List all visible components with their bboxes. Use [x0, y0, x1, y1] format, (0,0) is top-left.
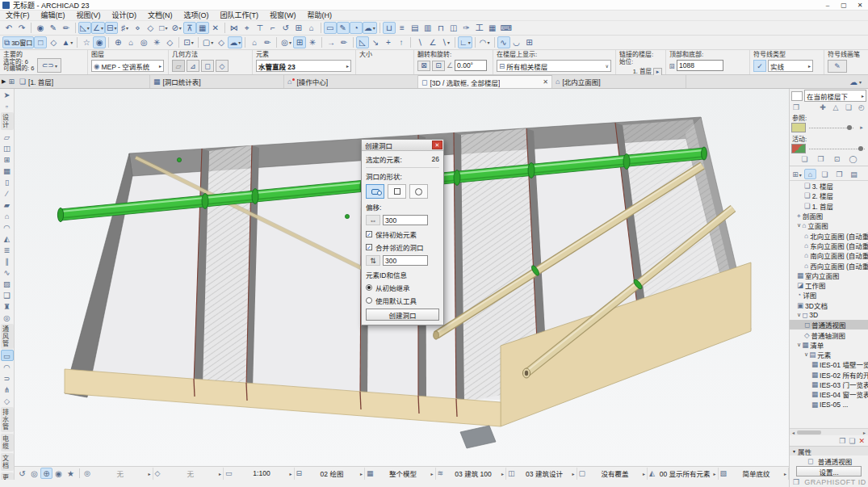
create-opening-button[interactable]: 创建洞口: [366, 309, 439, 321]
reset-reference-icon[interactable]: ❏: [844, 103, 853, 111]
element-select[interactable]: 水管直段 23 ▸: [256, 60, 351, 72]
object-tool[interactable]: ❑: [1, 289, 14, 300]
merge-distance-input[interactable]: 300: [383, 255, 428, 266]
magic-wand-button[interactable]: ⊼: [183, 22, 196, 34]
pick-pen-button[interactable]: ✏: [60, 22, 73, 34]
review-button[interactable]: ◔: [350, 22, 363, 34]
scale-select[interactable]: ▭1:100▸: [224, 468, 295, 480]
nav-tree-item[interactable]: ∨◻3D: [790, 310, 868, 320]
angle-snap-button[interactable]: ∟▾: [458, 36, 472, 48]
curtain-wall-tool[interactable]: ▦: [1, 165, 14, 176]
close-button[interactable]: ✕: [852, 0, 868, 10]
geometry-curved-button[interactable]: ⊿: [187, 60, 199, 72]
beam-tool[interactable]: ∕: [1, 187, 14, 199]
mep-insulation-button[interactable]: ✑: [460, 22, 473, 34]
door-tool[interactable]: ◫: [1, 142, 14, 153]
tab-3d-marquee[interactable]: ◻[3D / 选取框, 全部楼层]✕: [418, 75, 552, 88]
redo-button[interactable]: ↷: [15, 22, 28, 34]
line-tool-a-button[interactable]: ∖: [413, 36, 426, 48]
walk-button[interactable]: ★: [65, 468, 77, 479]
nav-tree-item[interactable]: ⌂北向立面图 (自动重...: [790, 230, 868, 240]
menu-item[interactable]: 设计(D): [107, 10, 143, 20]
walk-mode-button[interactable]: ☆: [80, 36, 93, 48]
nav-tree-item[interactable]: ◇普通轴测图: [790, 330, 868, 339]
tab-north-interior-elevation[interactable]: ⌂[北内立面图]: [552, 75, 686, 88]
markup-button[interactable]: ✎: [337, 22, 350, 34]
dimension-3d-button[interactable]: →: [325, 36, 338, 48]
mep-fitting-button[interactable]: ◫: [447, 22, 460, 34]
use-default-tool-radio[interactable]: [366, 297, 372, 304]
snap-guides-button[interactable]: ∠▾: [91, 22, 105, 34]
offset-input[interactable]: 300: [383, 215, 428, 225]
3d-cutaway-button[interactable]: ⊕: [111, 36, 124, 48]
tab-first-floor[interactable]: ❏[1. 首层]: [16, 75, 150, 88]
geometry-box-button[interactable]: ◇: [216, 60, 229, 72]
nav-tree-item[interactable]: ▦IES-04 窗一览表: [790, 389, 868, 399]
expand-caret-icon[interactable]: ∨: [797, 312, 801, 318]
expand-caret-icon[interactable]: ∨: [797, 222, 801, 229]
trim-button[interactable]: ⋈: [228, 22, 241, 34]
3d-window-button[interactable]: ⧉3D窗口: [2, 36, 34, 48]
line-tool-c-button[interactable]: ∖▾: [439, 36, 452, 48]
nav-tree-item[interactable]: ⌖剖面图: [790, 211, 868, 220]
tab-overview-icon[interactable]: ⊞: [8, 78, 15, 86]
column-tool[interactable]: ▯: [1, 176, 14, 187]
layer-select[interactable]: ◉ MEP - 空调系统 ▸: [91, 60, 164, 72]
3d-style-select[interactable]: ▧简单底纹▸: [719, 468, 790, 480]
slider-handle[interactable]: [858, 146, 863, 151]
line-tool-b-button[interactable]: ∠: [426, 36, 439, 48]
intersect-button[interactable]: ⌐: [266, 22, 279, 34]
3d-cutting-planes-button[interactable]: ⌂: [124, 36, 137, 48]
reference-color-swatch[interactable]: [791, 123, 806, 132]
capture-view-button[interactable]: ◎▾: [279, 36, 293, 48]
duct-tool[interactable]: ▭: [1, 350, 14, 361]
camera-tool[interactable]: ◎: [1, 312, 14, 323]
wave-b-button[interactable]: ◡: [510, 36, 523, 48]
slab-tool[interactable]: ▰: [1, 199, 14, 210]
filter-elements-button[interactable]: ▢▾: [201, 36, 215, 48]
shadow-toggle-button[interactable]: ◇: [163, 36, 176, 48]
lock-elements-button[interactable]: ⊘▾: [170, 22, 182, 34]
menu-item[interactable]: 编辑(E): [36, 10, 71, 20]
grid-display-button[interactable]: ▦: [196, 22, 209, 34]
nav-tree-item[interactable]: ❏2. 楼层: [790, 191, 868, 200]
wave-a-button[interactable]: ∿: [497, 36, 510, 48]
top-offset-input[interactable]: 1088: [677, 60, 723, 71]
menu-item[interactable]: 帮助(H): [302, 10, 338, 20]
close-tab-icon[interactable]: ✕: [540, 78, 548, 86]
tool-settings-button[interactable]: ⊂⊃▾: [37, 58, 61, 73]
guide-lines-button[interactable]: ◺▾: [78, 22, 91, 34]
nav-tree-item[interactable]: ▦IES-01 墙壁一览...: [790, 359, 868, 369]
roof-tool[interactable]: ⌂: [1, 210, 14, 221]
layer-combination-select[interactable]: ≋03 建筑 100▸: [436, 468, 507, 480]
mep-route-button[interactable]: ⊔: [383, 22, 396, 34]
keep-original-checkbox[interactable]: ✓: [366, 231, 372, 237]
partial-structure-display-select[interactable]: ▦整个模型▸: [365, 468, 436, 480]
mep-duct-button[interactable]: ⊓: [434, 22, 447, 34]
clear-button[interactable]: ✕: [209, 22, 222, 34]
wave-c-button[interactable]: ⊞: [523, 36, 536, 48]
splitter-icon[interactable]: ⊡: [832, 155, 842, 163]
mep-library-button[interactable]: ▤: [409, 22, 421, 34]
dialog-titlebar[interactable]: 创建洞口 ✕: [362, 140, 443, 151]
zoom-preset-select[interactable]: ◎无▸: [82, 468, 153, 480]
arc-tool-button[interactable]: ◠▾: [478, 36, 492, 48]
graphic-override-select[interactable]: ▢没有覆盖▸: [577, 468, 648, 480]
rotate-button[interactable]: ⊡: [432, 61, 445, 71]
duct-junction-tool[interactable]: ⋔: [1, 384, 14, 395]
rotate-reference-icon[interactable]: △: [831, 103, 841, 111]
line-type-select[interactable]: 实线 ▸: [768, 60, 813, 72]
duct-bend-tool[interactable]: ◠: [1, 361, 14, 372]
navigator-publisher-tab[interactable]: ▤: [848, 169, 860, 179]
mesh-tool[interactable]: ∿: [1, 267, 14, 278]
duct-transition-tool[interactable]: ⊃: [1, 372, 14, 384]
pick-up-parameters-button[interactable]: ◉: [34, 22, 47, 34]
circle-compare-icon[interactable]: ◯: [849, 155, 858, 163]
trace-reference-toggle[interactable]: [791, 91, 803, 101]
nav-tree-item[interactable]: ⌂东向立面图 (自动重...: [790, 241, 868, 250]
snap-plus-button[interactable]: +: [382, 36, 395, 48]
nav-tree-item[interactable]: ∨▦清单: [790, 340, 868, 350]
annotate-3d-button[interactable]: ✏: [338, 36, 350, 48]
photo-render-button[interactable]: ◇: [215, 36, 228, 48]
split-button[interactable]: ⌖: [241, 22, 254, 34]
